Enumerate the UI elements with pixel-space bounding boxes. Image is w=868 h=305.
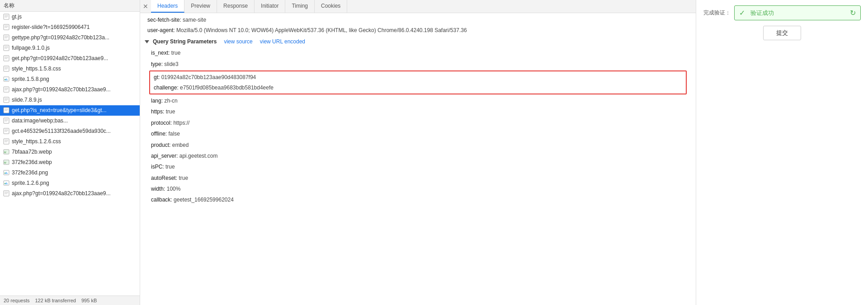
svg-rect-4 [4, 24, 9, 30]
param-product: product: embed [140, 140, 696, 150]
file-type-icon [3, 179, 10, 187]
file-item[interactable]: style_https.1.5.8.css [0, 64, 140, 74]
svg-text:W: W [4, 161, 6, 164]
param-value-ispc: true [165, 164, 175, 170]
file-name-label: ajax.php?gt=019924a82c70bb123aae9... [12, 86, 111, 93]
file-name-label: slide.7.8.9.js [12, 97, 42, 103]
file-type-icon [3, 190, 10, 197]
file-item[interactable]: gt.js [0, 12, 140, 22]
check-icon: ✓ [739, 9, 745, 17]
param-name-autoreset: autoReset: [151, 175, 177, 181]
file-item[interactable]: sprite.1.2.6.png [0, 178, 140, 188]
file-type-icon [3, 107, 10, 114]
param-value-challenge: e7501f9d085beaa9683bdb581bd4eefe [180, 84, 274, 91]
view-url-encoded-link[interactable]: view URL encoded [260, 38, 305, 45]
file-type-icon [3, 138, 10, 145]
param-https: https: true [140, 106, 696, 117]
svg-text:W: W [4, 151, 6, 154]
svg-rect-43 [4, 128, 9, 134]
close-button[interactable]: ✕ [140, 1, 151, 12]
param-name-lang: lang: [151, 98, 163, 104]
tab-headers[interactable]: Headers [151, 0, 184, 13]
file-item[interactable]: style_https.1.2.6.css [0, 136, 140, 147]
svg-rect-61 [4, 191, 9, 196]
param-name-ispc: isPC: [151, 164, 164, 170]
tab-cookies[interactable]: Cookies [315, 0, 347, 13]
file-name-label: fullpage.9.1.0.js [12, 45, 50, 51]
file-item[interactable]: gettype.php?gt=019924a82c70bb123a... [0, 33, 140, 43]
file-name-label: register-slide?t=1669259906471 [12, 24, 90, 30]
param-ispc: isPC: true [140, 161, 696, 172]
file-name-label: 7bfaaa72b.webp [12, 149, 52, 155]
file-type-icon [3, 65, 10, 72]
file-name-label: ajax.php?gt=019924a82c70bb123aae9... [12, 190, 111, 197]
request-count: 20 requests [4, 298, 29, 303]
file-list: gt.jsregister-slide?t=1669259906471getty… [0, 12, 140, 296]
param-value-protocol: https:// [173, 120, 189, 126]
file-name-label: gettype.php?gt=019924a82c70bb123a... [12, 34, 109, 41]
file-type-icon [3, 117, 10, 124]
triangle-icon [145, 40, 149, 43]
file-item[interactable]: get.php?is_next=true&type=slide3&gt... [0, 105, 140, 116]
file-name-label: data:image/webp;bas... [12, 117, 68, 124]
file-type-icon [3, 44, 10, 52]
file-item[interactable]: 372fe236d.png [0, 168, 140, 178]
file-item[interactable]: sprite.1.5.8.png [0, 74, 140, 84]
param-value-is-next: true [171, 50, 181, 56]
param-name-api-server: api_server: [151, 153, 178, 159]
transferred-size: 122 kB transferred [35, 298, 76, 303]
file-type-icon: W [3, 148, 10, 155]
file-type-icon [3, 75, 10, 83]
file-type-icon [3, 55, 10, 62]
param-name-type: type: [151, 61, 163, 67]
captcha-row: 完成验证： ✓ 验证成功 ↻ [703, 5, 861, 20]
submit-button[interactable]: 提交 [763, 26, 801, 40]
left-panel-header: 名称 [0, 0, 140, 12]
param-name-offline: offline: [151, 131, 167, 137]
file-name-label: gct.e465329e51133f326aade59da930c... [12, 128, 111, 134]
param-value-product: embed [172, 142, 189, 148]
left-panel: 名称 gt.jsregister-slide?t=1669259906471ge… [0, 0, 140, 305]
param-value-autoreset: true [179, 175, 188, 181]
tabs-bar: ✕ HeadersPreviewResponseInitiatorTimingC… [140, 0, 696, 13]
tabs-container: HeadersPreviewResponseInitiatorTimingCoo… [151, 0, 347, 13]
file-item[interactable]: fullpage.9.1.0.js [0, 43, 140, 53]
param-api-server: api_server: api.geetest.com [140, 150, 696, 161]
file-item[interactable]: gct.e465329e51133f326aade59da930c... [0, 126, 140, 136]
tab-initiator[interactable]: Initiator [255, 0, 285, 13]
tab-timing[interactable]: Timing [285, 0, 315, 13]
file-item[interactable]: slide.7.8.9.js [0, 95, 140, 105]
svg-rect-20 [4, 66, 9, 71]
file-item[interactable]: get.php?gt=019924a82c70bb123aae9... [0, 53, 140, 64]
svg-rect-47 [4, 139, 9, 144]
svg-rect-16 [4, 56, 9, 61]
svg-rect-0 [4, 14, 9, 19]
file-type-icon [3, 96, 10, 103]
header-value-user-agent: Mozilla/5.0 (Windows NT 10.0; WOW64) App… [176, 27, 467, 33]
file-item[interactable]: W372fe236d.webp [0, 157, 140, 168]
query-section-label: Query String Parameters [153, 38, 217, 45]
query-section-title: Query String Parameters [145, 38, 217, 45]
file-name-label: sprite.1.2.6.png [12, 180, 49, 186]
file-item[interactable]: ajax.php?gt=019924a82c70bb123aae9... [0, 188, 140, 199]
param-is-next: is_next: true [140, 47, 696, 58]
file-type-icon [3, 34, 10, 41]
tab-response[interactable]: Response [217, 0, 255, 13]
param-name-is-next: is_next: [151, 50, 170, 56]
query-section-header: Query String Parameters view source view… [140, 36, 696, 47]
param-value-api-server: api.geetest.com [179, 153, 218, 159]
highlight-box: gt: 019924a82c70bb123aae90d483087f94 cha… [149, 70, 687, 94]
param-value-type: slide3 [164, 61, 178, 67]
file-item[interactable]: register-slide?t=1669259906471 [0, 22, 140, 33]
param-type: type: slide3 [140, 59, 696, 70]
svg-rect-39 [4, 118, 9, 123]
tab-preview[interactable]: Preview [184, 0, 217, 13]
view-source-link[interactable]: view source [224, 38, 252, 45]
file-item[interactable]: data:image/webp;bas... [0, 116, 140, 126]
refresh-icon[interactable]: ↻ [850, 9, 856, 17]
content-area[interactable]: sec-fetch-site: same-site user-agent: Mo… [140, 13, 696, 305]
file-item[interactable]: ajax.php?gt=019924a82c70bb123aae9... [0, 84, 140, 95]
file-name-label: style_https.1.2.6.css [12, 138, 61, 145]
param-name-width: width: [151, 186, 165, 192]
file-item[interactable]: W7bfaaa72b.webp [0, 147, 140, 157]
